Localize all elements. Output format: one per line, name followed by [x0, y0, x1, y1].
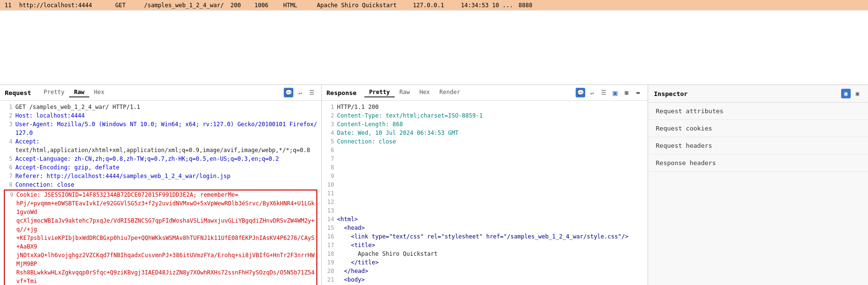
request-line: +KE7psblivieKPIbjbxWdDRCBGxp0hiu7pe+QQhW…: [5, 234, 316, 251]
response-line: 5Connection: close: [326, 137, 644, 146]
row-host: Apache Shiro Quickstart: [313, 2, 409, 9]
line-number: 3: [4, 120, 12, 137]
tab-request-pretty[interactable]: Pretty: [39, 88, 69, 97]
inspector-panel: Inspector ▣ ▣ Request attributes Request…: [648, 85, 868, 285]
tab-response-pretty[interactable]: Pretty: [364, 88, 395, 97]
line-number: 8: [4, 180, 12, 189]
response-grid-icon2[interactable]: ▦: [622, 88, 631, 97]
response-wrap-icon[interactable]: ↵: [587, 88, 597, 97]
line-text: <link type="text/css" rel="stylesheet" h…: [337, 232, 644, 241]
inspector-icon2[interactable]: ▣: [853, 89, 862, 98]
response-panel: Response Pretty Raw Hex Render 💬 ↵ ☰ ▣ ▦…: [322, 85, 648, 285]
inspector-item-response-headers[interactable]: Response headers: [648, 154, 868, 172]
line-number: 6: [4, 163, 12, 172]
tab-response-raw[interactable]: Raw: [395, 88, 415, 97]
line-number: 4: [326, 129, 334, 137]
line-text: Content-Length: 868: [337, 120, 644, 129]
request-line: jNOtxXaQ+lh6vojghgz2VZCKqd7fNBIhqadxCusv…: [5, 251, 316, 268]
line-text: Host: localhost:4444: [15, 111, 317, 120]
response-line: 15 <head>: [326, 224, 644, 232]
request-tab-bar: Pretty Raw Hex: [39, 88, 109, 97]
tab-response-render[interactable]: Render: [434, 88, 465, 97]
line-text: [337, 163, 644, 172]
line-number: 12: [326, 198, 334, 206]
line-number: 20: [326, 267, 334, 275]
response-content[interactable]: 1HTTP/1.1 2002Content-Type: text/html;ch…: [322, 101, 648, 285]
panels-area: Request Pretty Raw Hex 💬 ↵ ☰ 1GET /sampl…: [0, 85, 868, 285]
line-text: Rsh8BLwkkwHLxZgkvqqp0rSfqc+Q9ziKBvgj3IAE…: [16, 268, 316, 285]
tab-response-hex[interactable]: Hex: [415, 88, 435, 97]
response-line: 19 </title>: [326, 258, 644, 267]
inspector-item-request-headers[interactable]: Request headers: [648, 137, 868, 154]
line-number: 13: [326, 206, 334, 215]
inspector-item-request-attributes[interactable]: Request attributes: [648, 103, 868, 120]
line-text: Accept-Language: zh-CN,zh;q=0.8,zh-TW;q=…: [15, 154, 317, 163]
line-text: Referer: http://localhost:4444/samples_w…: [15, 172, 317, 180]
tab-request-raw[interactable]: Raw: [69, 88, 89, 97]
spacer-area: [0, 11, 868, 85]
line-number: 1: [4, 103, 12, 111]
line-text: </title>: [337, 258, 644, 267]
line-number: [5, 234, 13, 251]
request-line: qcXljmocWBIaJv9aktehc7pxqJe/VdRISBZNCSG7…: [5, 216, 316, 234]
line-text: <html>: [337, 215, 644, 224]
inspector-icon1[interactable]: ▣: [841, 89, 851, 98]
line-text: [337, 198, 644, 206]
inspector-item-request-cookies[interactable]: Request cookies: [648, 120, 868, 137]
request-panel: Request Pretty Raw Hex 💬 ↵ ☰ 1GET /sampl…: [0, 85, 322, 285]
row-method: GET: [111, 2, 140, 9]
row-time: 14:34:53 10 ...: [457, 2, 515, 9]
line-number: 9: [5, 190, 13, 199]
request-more-icon[interactable]: ☰: [307, 88, 316, 97]
line-number: 1: [326, 103, 334, 111]
line-text: jNOtxXaQ+lh6vojghgz2VZCKqd7fNBIhqadxCusv…: [16, 251, 316, 268]
line-text: Connection: close: [15, 180, 317, 189]
line-number: 19: [326, 258, 334, 267]
row-url: http://localhost:4444: [15, 2, 111, 9]
response-line: 18 Apache Shiro Quickstart: [326, 249, 644, 258]
line-text: Accept:: [15, 137, 317, 146]
request-line: 8Connection: close: [4, 180, 317, 189]
response-line: 20 </head>: [326, 267, 644, 275]
inspector-title: Inspector: [654, 90, 687, 97]
line-text: hPj/+pvqmm+eDWSBTEavIvkI/e92GGVlSG5z3+f2…: [16, 199, 316, 216]
line-number: 5: [326, 137, 334, 146]
response-chat-icon[interactable]: 💬: [576, 88, 585, 97]
row-number: 11: [0, 2, 15, 9]
tab-request-hex[interactable]: Hex: [89, 88, 109, 97]
request-line: Rsh8BLwkkwHLxZgkvqqp0rSfqc+Q9ziKBvgj3IAE…: [5, 268, 316, 285]
response-list-icon[interactable]: ▬: [633, 88, 643, 97]
top-row: 11 http://localhost:4444 GET /samples_we…: [0, 0, 868, 11]
response-panel-header: Response Pretty Raw Hex Render 💬 ↵ ☰ ▣ ▦…: [322, 85, 648, 101]
line-number: 2: [4, 111, 12, 120]
response-more-icon[interactable]: ☰: [599, 88, 608, 97]
request-wrap-icon[interactable]: ↵: [295, 88, 305, 97]
response-line: 4Date: Wed, 10 Jul 2024 06:34:53 GMT: [326, 129, 644, 137]
response-line: 1HTTP/1.1 200: [326, 103, 644, 111]
response-tab-bar: Pretty Raw Hex Render: [364, 88, 465, 97]
line-text: Connection: close: [337, 137, 644, 146]
line-number: 3: [326, 120, 334, 129]
line-text: Date: Wed, 10 Jul 2024 06:34:53 GMT: [337, 129, 644, 137]
request-line: 3User-Agent: Mozilla/5.0 (Windows NT 10.…: [4, 120, 317, 137]
request-chat-icon[interactable]: 💬: [284, 88, 293, 97]
line-number: 8: [326, 163, 334, 172]
line-number: 18: [326, 249, 334, 258]
line-number: 7: [4, 172, 12, 180]
response-line: 6: [326, 146, 644, 154]
line-text: Apache Shiro Quickstart: [337, 249, 644, 258]
request-content[interactable]: 1GET /samples_web_1_2_4_war/ HTTP/1.12Ho…: [0, 101, 321, 285]
line-number: [5, 268, 13, 285]
response-panel-icons: 💬 ↵ ☰ ▣ ▦ ▬: [576, 88, 643, 97]
response-title: Response: [326, 89, 357, 96]
line-number: 6: [326, 146, 334, 154]
line-text: [337, 172, 644, 180]
line-text: [337, 154, 644, 163]
line-number: 7: [326, 154, 334, 163]
response-line: 16 <link type="text/css" rel="stylesheet…: [326, 232, 644, 241]
request-line: 2Host: localhost:4444: [4, 111, 317, 120]
request-line: text/html,application/xhtml+xml,applicat…: [4, 146, 317, 154]
response-line: 21 <body>: [326, 275, 644, 284]
line-number: 14: [326, 215, 334, 224]
response-grid-icon1[interactable]: ▣: [610, 88, 620, 97]
